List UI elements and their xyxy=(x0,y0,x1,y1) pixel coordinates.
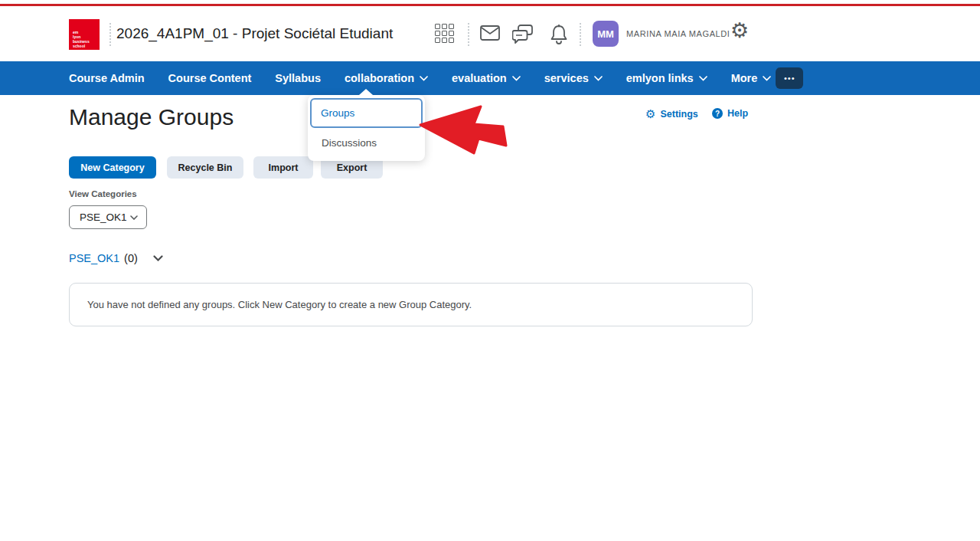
empty-groups-message: You have not defined any groups. Click N… xyxy=(87,299,472,310)
divider xyxy=(109,23,111,46)
category-select-value: PSE_OK1 xyxy=(80,211,127,223)
nav-label: emlyon links xyxy=(626,72,694,84)
nav-label: More xyxy=(731,72,758,84)
help-label: Help xyxy=(727,108,748,119)
emlyon-logo[interactable]: em lyon business school xyxy=(69,19,100,50)
waffle-grid-icon[interactable] xyxy=(435,24,454,43)
import-button[interactable]: Import xyxy=(253,156,313,179)
help-button[interactable]: ? Help xyxy=(712,108,748,119)
nav-label: Syllabus xyxy=(275,72,321,84)
nav-item-services[interactable]: services xyxy=(544,72,603,84)
view-categories-label: View Categories xyxy=(69,189,137,198)
chevron-down-icon xyxy=(130,215,138,220)
chevron-down-icon xyxy=(512,76,521,81)
nav-label: services xyxy=(544,72,589,84)
category-heading: PSE_OK1 (0) xyxy=(69,252,163,264)
chat-icon[interactable] xyxy=(512,25,534,44)
chevron-down-icon xyxy=(594,76,603,81)
nav-label: collaboration xyxy=(345,72,414,84)
app-header: em lyon business school 2026_4A1PM_01 - … xyxy=(0,6,980,61)
bell-icon[interactable] xyxy=(550,25,568,45)
navbar-overflow-button[interactable]: ••• xyxy=(776,67,803,89)
page-title: Manage Groups xyxy=(69,104,234,130)
nav-item-syllabus[interactable]: Syllabus xyxy=(275,72,321,84)
divider xyxy=(580,23,581,46)
recycle-bin-button[interactable]: Recycle Bin xyxy=(167,156,243,179)
settings-label: Settings xyxy=(660,109,697,120)
category-select[interactable]: PSE_OK1 xyxy=(69,205,147,229)
empty-groups-panel: You have not defined any groups. Click N… xyxy=(69,283,753,326)
settings-button[interactable]: ⚙ Settings xyxy=(645,108,698,120)
mail-icon[interactable] xyxy=(480,25,500,41)
nav-item-evaluation[interactable]: evaluation xyxy=(452,72,521,84)
course-title[interactable]: 2026_4A1PM_01 - Projet Sociétal Etudiant xyxy=(116,6,393,61)
chevron-down-icon xyxy=(763,76,771,81)
help-icon: ? xyxy=(712,108,723,119)
user-name[interactable]: MARINA MAIA MAGALDI xyxy=(626,6,730,61)
collaboration-dropdown-menu: Groups Discussions xyxy=(308,95,425,161)
course-navbar: Course Admin Course Content Syllabus col… xyxy=(0,61,980,95)
gear-icon[interactable]: ⚙ xyxy=(730,18,749,43)
dropdown-caret xyxy=(359,89,373,95)
chevron-down-icon xyxy=(699,76,707,81)
nav-item-emlyon-links[interactable]: emlyon links xyxy=(626,72,707,84)
menu-item-groups[interactable]: Groups xyxy=(310,98,423,128)
new-category-button[interactable]: New Category xyxy=(69,156,156,179)
chevron-down-icon xyxy=(420,76,428,81)
nav-item-course-admin[interactable]: Course Admin xyxy=(69,72,145,84)
nav-label: Course Admin xyxy=(69,72,145,84)
menu-item-discussions[interactable]: Discussions xyxy=(308,128,425,158)
gear-icon: ⚙ xyxy=(645,108,655,120)
annotation-arrow xyxy=(416,97,511,159)
category-expand-toggle[interactable] xyxy=(153,255,163,261)
nav-label: Course Content xyxy=(168,72,252,84)
nav-label: evaluation xyxy=(452,72,507,84)
category-name-link[interactable]: PSE_OK1 xyxy=(69,252,119,264)
nav-item-more[interactable]: More xyxy=(731,72,772,84)
chevron-down-icon xyxy=(153,255,163,261)
divider xyxy=(468,23,469,46)
nav-item-course-content[interactable]: Course Content xyxy=(168,72,252,84)
nav-item-collaboration[interactable]: collaboration xyxy=(345,72,428,84)
category-count: (0) xyxy=(124,252,138,264)
user-avatar[interactable]: MM xyxy=(593,21,619,47)
